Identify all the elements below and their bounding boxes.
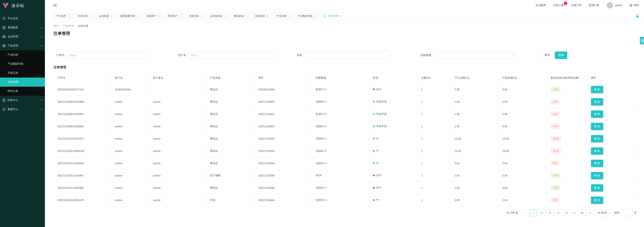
collapse-sidebar-icon[interactable] — [53, 3, 57, 7]
edit-button[interactable]: 修 改 — [591, 110, 603, 118]
topbar-link-在线人数[interactable]: 在线人数2 — [553, 3, 564, 7]
cell-bet: 2.00 — [450, 169, 498, 182]
logo-bar: 演示站 — [0, 0, 45, 11]
close-icon[interactable]: × — [246, 14, 247, 17]
page-button-3[interactable]: 3 — [546, 210, 554, 216]
cell-order_no: 202212220212404319 — [54, 157, 111, 169]
close-icon[interactable]: × — [111, 14, 112, 17]
close-icon[interactable]: × — [340, 14, 342, 17]
tab-产品列表[interactable]: 产品列表× — [274, 13, 293, 19]
close-icon[interactable]: × — [158, 14, 160, 17]
sidebar-item-内容中心[interactable]: 内容中心 — [0, 96, 45, 105]
topbar-link-提现订单[interactable]: 提现订单 — [589, 3, 600, 7]
cell-profit: 0.02 — [547, 194, 587, 206]
reset-button[interactable]: 重置 — [541, 51, 553, 59]
lock-tabs-icon[interactable] — [635, 14, 640, 18]
tab-开奖记录[interactable]: 开奖记录× — [75, 13, 94, 19]
edit-button[interactable]: 修 改 — [591, 184, 603, 192]
tab-在线用户[interactable]: 在线用户× — [144, 13, 163, 19]
page-button-5[interactable]: 5 — [563, 210, 570, 216]
close-icon[interactable]: × — [90, 14, 91, 17]
chevron-up-icon — [40, 45, 43, 47]
tab-会员列表[interactable]: 会员列表× — [96, 13, 115, 19]
close-icon[interactable]: × — [137, 14, 138, 17]
breadcrumb-item-首页[interactable]: 首页 — [54, 24, 59, 28]
jump-page-input[interactable] — [621, 210, 632, 216]
edit-button[interactable]: 修 改 — [591, 172, 603, 179]
cell-count: 1 — [417, 96, 450, 108]
close-icon[interactable]: × — [288, 14, 290, 17]
language-label: 简体 — [634, 3, 639, 7]
sidebar-item-数据中心[interactable]: 数据中心 — [0, 105, 45, 114]
topbar-link-会员购单[interactable]: 会员购单 — [536, 3, 546, 7]
close-icon[interactable]: × — [314, 14, 316, 17]
filter-field-用户名: 用户名: — [176, 51, 279, 59]
close-icon[interactable]: × — [224, 14, 226, 17]
sidebar-item-会员管理[interactable]: 会员管理 — [0, 32, 45, 41]
sidebar-subitem-注单管理[interactable]: 注单管理 — [0, 78, 45, 87]
sidebar-item-label: 内容中心 — [8, 99, 40, 102]
column-header-状态: 状态 — [369, 73, 417, 83]
tab-会员加扣款[interactable]: 会员加扣款× — [207, 13, 229, 19]
edit-button[interactable]: 修 改 — [591, 123, 603, 130]
close-icon[interactable]: × — [68, 14, 70, 17]
tab-赠送彩金[interactable]: 赠送彩金× — [231, 13, 250, 19]
language-switcher[interactable]: 简体 — [630, 3, 639, 7]
tab-陪玩用户[interactable]: 陪玩用户× — [165, 13, 184, 19]
settings-gear-button[interactable] — [640, 37, 644, 44]
filter-select[interactable]: ∨ — [304, 51, 393, 59]
column-header-订单号: 订单号 — [54, 73, 111, 83]
cell-username: sunice — [111, 157, 149, 169]
filter-input[interactable] — [67, 51, 150, 59]
search-button[interactable]: 查询 — [555, 51, 567, 59]
page-button-2[interactable]: 2 — [538, 210, 545, 216]
sidebar-subitem-开奖记录[interactable]: 开奖记录 — [0, 68, 45, 78]
sidebar-subitem-产品预设列表[interactable]: 产品预设列表 — [0, 59, 45, 68]
cell-match: 优品Ar+1 — [312, 120, 369, 132]
status-dot-icon — [373, 101, 375, 103]
edit-button[interactable]: 修 改 — [591, 160, 603, 167]
topbar-link-充值订单[interactable]: 充值订单 — [571, 3, 582, 7]
cell-action: 修 改 — [587, 169, 636, 182]
edit-button[interactable]: 修 改 — [591, 86, 603, 93]
sidebar-item-系统配置[interactable]: 系统配置 — [0, 23, 45, 32]
tab-产品预设列表[interactable]: 产品预设列表× — [294, 13, 319, 19]
topbar: 会员购单在线人数2充值订单提现订单admin简体 — [45, 0, 644, 11]
filter-select[interactable]: ∨ — [434, 51, 516, 59]
tab-注单管理[interactable]: 注单管理× — [321, 13, 344, 19]
filter-row: 订单号:用户名:名称:∨匹配数据:∨重置查询 — [54, 36, 636, 60]
topbar-right: 会员购单在线人数2充值订单提现订单admin简体 — [536, 2, 639, 8]
edit-button[interactable]: 修 改 — [591, 98, 603, 105]
chevron-down-icon — [40, 108, 43, 110]
close-icon[interactable]: × — [180, 14, 181, 17]
tab-系统配置列表[interactable]: 系统配置列表× — [117, 13, 142, 19]
close-icon[interactable]: × — [267, 14, 268, 17]
prev-page-button[interactable]: < — [522, 210, 528, 216]
next-page-button[interactable]: > — [587, 210, 594, 216]
cell-action: 修 改 — [587, 182, 636, 194]
cell-order_no: 202212032312501175 — [54, 194, 111, 206]
edit-button[interactable]: 修 改 — [591, 147, 603, 155]
breadcrumb-item-注单管理: 注单管理 — [78, 24, 88, 28]
sidebar-item-平台首页[interactable]: 平台首页 — [0, 14, 45, 23]
page-button-4[interactable]: 4 — [555, 210, 562, 216]
cell-issue: 20221203464 — [254, 194, 312, 206]
close-icon[interactable]: × — [201, 14, 202, 17]
tab-提现列表[interactable]: 提现列表× — [252, 13, 272, 19]
cell-remark: sunice — [149, 120, 206, 132]
sidebar-subitem-产品列表[interactable]: 产品列表 — [0, 50, 45, 59]
page-button-1[interactable]: 1 — [530, 210, 537, 216]
user-menu[interactable]: admin — [607, 2, 622, 8]
breadcrumb-item-产品管理[interactable]: 产品管理 — [63, 24, 74, 28]
page-button-24[interactable]: 24 — [579, 210, 586, 216]
edit-button[interactable]: 修 改 — [591, 135, 603, 142]
page-size-select[interactable]: 10 条/页∨ — [595, 210, 613, 216]
tab-平台首页[interactable]: 平台首页× — [54, 13, 73, 19]
cell-action: 修 改 — [587, 96, 636, 108]
filter-input[interactable] — [188, 51, 279, 59]
cell-profit: 1.00 — [547, 96, 587, 108]
tab-充值列表[interactable]: 充值列表× — [186, 13, 205, 19]
sidebar-subitem-即时注单[interactable]: 即时注单 — [0, 87, 45, 96]
sidebar-item-产品管理[interactable]: 产品管理 — [0, 41, 45, 50]
edit-button[interactable]: 修 改 — [591, 197, 603, 204]
